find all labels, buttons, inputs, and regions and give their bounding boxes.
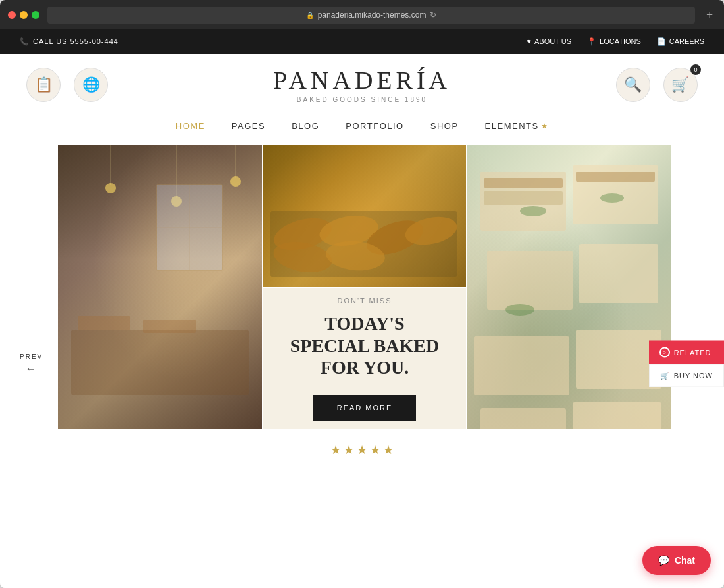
- dont-miss-label: DON'T MISS: [337, 297, 392, 305]
- locations-link[interactable]: 📍 LOCATIONS: [587, 37, 641, 46]
- buy-now-button[interactable]: 🛒 BUY NOW: [649, 364, 724, 387]
- globe-icon-button[interactable]: 🌐: [74, 68, 108, 102]
- address-bar[interactable]: 🔒 panaderia.mikado-themes.com ↻: [47, 7, 695, 24]
- croissants-svg-overlay: [263, 145, 466, 287]
- sidebar-actions: ○ RELATED 🛒 BUY NOW: [649, 340, 724, 387]
- header-left-icons: 📋 🌐: [26, 68, 108, 102]
- close-dot[interactable]: [8, 11, 16, 19]
- buy-now-label: BUY NOW: [674, 372, 713, 380]
- svg-rect-20: [484, 178, 563, 188]
- cart-badge: 0: [690, 64, 701, 75]
- new-tab-button[interactable]: +: [703, 9, 716, 22]
- related-label: RELATED: [674, 348, 711, 356]
- chat-button[interactable]: 💬 Chat: [642, 546, 711, 575]
- related-icon: ○: [659, 347, 670, 357]
- header-right-icons: 🔍 🛒 0: [616, 68, 698, 102]
- elements-star-icon: ★: [541, 122, 549, 130]
- svg-rect-29: [573, 402, 661, 429]
- top-bar-phone[interactable]: 📞 CALL US 5555-00-444: [20, 37, 118, 46]
- svg-point-32: [505, 304, 534, 316]
- nav-elements[interactable]: ELEMENTS ★: [485, 121, 549, 131]
- menu-icon: 📋: [35, 76, 53, 93]
- chat-icon: 💬: [658, 555, 669, 566]
- star-1: ★: [330, 443, 341, 457]
- cart-small-icon: 🛒: [660, 371, 670, 380]
- svg-rect-6: [71, 330, 249, 395]
- prev-label: PREV: [20, 353, 43, 360]
- related-button[interactable]: ○ RELATED: [649, 340, 724, 364]
- search-icon-button[interactable]: 🔍: [616, 68, 650, 102]
- about-icon: ♥: [527, 37, 531, 45]
- site-navigation: HOME PAGES BLOG PORTFOLIO SHOP ELEMENTS …: [0, 110, 724, 139]
- svg-rect-8: [143, 320, 196, 333]
- nav-home[interactable]: HOME: [176, 121, 205, 131]
- nav-pages[interactable]: PAGES: [232, 121, 265, 131]
- search-icon: 🔍: [624, 76, 642, 93]
- lock-icon: 🔒: [306, 12, 314, 19]
- svg-point-30: [520, 206, 546, 216]
- svg-rect-21: [484, 191, 563, 205]
- globe-icon: 🌐: [82, 76, 100, 93]
- nav-portfolio[interactable]: PORTFOLIO: [346, 121, 403, 131]
- cart-icon-button[interactable]: 🛒 0: [663, 68, 698, 102]
- svg-rect-26: [474, 336, 569, 395]
- browser-chrome: 🔒 panaderia.mikado-themes.com ↻ +: [0, 0, 724, 29]
- star-3: ★: [357, 443, 367, 457]
- phone-number: CALL US 5555-00-444: [33, 37, 118, 45]
- url-text: panaderia.mikado-themes.com: [318, 11, 427, 20]
- bakery-interior-image: [58, 145, 262, 429]
- gallery-cell-promo: DON'T MISS TODAY'S SPECIAL BAKED FOR YOU…: [263, 288, 466, 429]
- top-bar-links: ♥ ABOUT US 📍 LOCATIONS 📄 CAREERS: [527, 37, 704, 46]
- svg-point-5: [230, 176, 241, 187]
- svg-rect-28: [480, 408, 566, 429]
- sandwiches-image: [467, 145, 671, 429]
- site-header: 📋 🌐 PANADERÍA BAKED GOODS SINCE 1890 🔍 🛒…: [0, 54, 724, 110]
- interior-svg-overlay: [58, 145, 262, 429]
- svg-rect-23: [576, 172, 655, 182]
- browser-dots: [8, 11, 39, 19]
- locations-icon: 📍: [587, 37, 596, 46]
- minimize-dot[interactable]: [20, 11, 28, 19]
- star-2: ★: [344, 443, 354, 457]
- main-content: PREV ←: [0, 139, 724, 588]
- refresh-icon[interactable]: ↻: [430, 11, 436, 20]
- gallery-cell-croissants[interactable]: [263, 145, 466, 287]
- svg-point-1: [105, 183, 116, 193]
- rating-stars: ★ ★ ★ ★ ★: [0, 431, 724, 464]
- maximize-dot[interactable]: [32, 11, 39, 19]
- site-tagline: BAKED GOODS SINCE 1890: [273, 96, 451, 103]
- gallery-cell-interior[interactable]: [58, 145, 262, 429]
- sandwiches-svg-overlay: [467, 145, 671, 429]
- top-bar: 📞 CALL US 5555-00-444 ♥ ABOUT US 📍 LOCAT…: [0, 29, 724, 54]
- prev-arrow-icon: ←: [26, 362, 38, 374]
- gallery-grid: DON'T MISS TODAY'S SPECIAL BAKED FOR YOU…: [58, 145, 666, 431]
- about-label: ABOUT US: [534, 37, 571, 45]
- star-5: ★: [383, 443, 394, 457]
- croissants-image: [263, 145, 466, 287]
- special-text: TODAY'S SPECIAL BAKED FOR YOU.: [283, 312, 446, 379]
- careers-icon: 📄: [657, 37, 666, 46]
- menu-icon-button[interactable]: 📋: [26, 68, 61, 102]
- star-4: ★: [370, 443, 380, 457]
- svg-rect-24: [487, 251, 573, 310]
- nav-blog[interactable]: BLOG: [292, 121, 319, 131]
- prev-button[interactable]: PREV ←: [20, 353, 43, 374]
- browser-window: 🔒 panaderia.mikado-themes.com ↻ + 📞 CALL…: [0, 0, 724, 588]
- locations-label: LOCATIONS: [600, 37, 641, 45]
- careers-label: CAREERS: [669, 37, 704, 45]
- svg-rect-7: [78, 316, 130, 330]
- chat-label: Chat: [675, 555, 695, 566]
- site-title: PANADERÍA: [273, 66, 451, 95]
- phone-icon: 📞: [20, 37, 29, 46]
- read-more-button[interactable]: READ MORE: [313, 395, 417, 421]
- careers-link[interactable]: 📄 CAREERS: [657, 37, 704, 46]
- svg-rect-25: [579, 244, 658, 303]
- site-branding: PANADERÍA BAKED GOODS SINCE 1890: [273, 66, 451, 103]
- nav-shop[interactable]: SHOP: [430, 121, 459, 131]
- about-us-link[interactable]: ♥ ABOUT US: [527, 37, 571, 45]
- svg-point-31: [600, 193, 624, 203]
- gallery-cell-sandwiches[interactable]: [467, 145, 671, 429]
- cart-icon: 🛒: [671, 76, 689, 93]
